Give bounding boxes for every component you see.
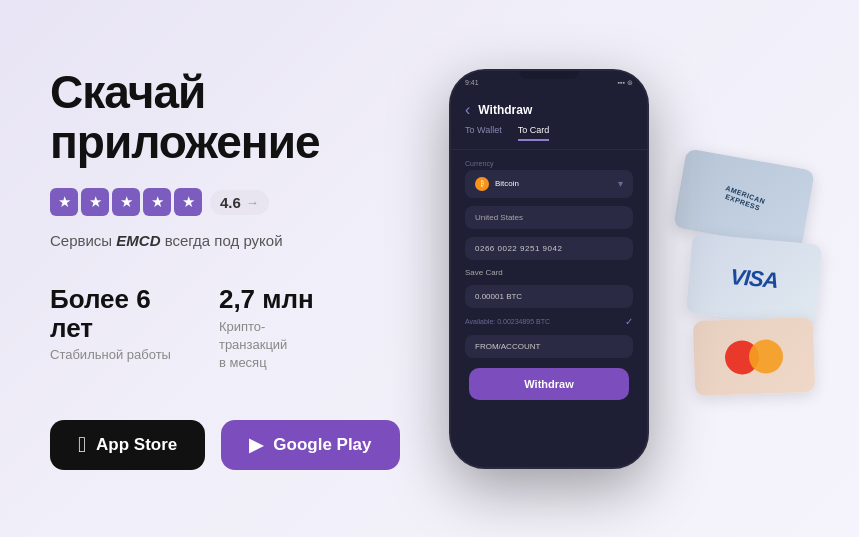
tab-wallet[interactable]: To Wallet — [465, 125, 502, 141]
mastercard-card — [693, 316, 816, 395]
amex-text: AMERICANEXPRESS — [722, 183, 767, 213]
visa-card: VISA — [686, 233, 822, 324]
star-2: ★ — [81, 188, 109, 216]
currency-label: Currency — [465, 160, 633, 167]
rating-row: ★ ★ ★ ★ ★ 4.6 → — [50, 188, 470, 216]
bitcoin-icon: ₿ — [475, 177, 489, 191]
stat-years-value: Более 6лет — [50, 285, 171, 342]
apple-icon:  — [78, 434, 86, 456]
phone-header: ‹ Withdraw — [451, 91, 647, 125]
buttons-row:  App Store ▶ Google Play — [50, 420, 470, 470]
check-icon: ✓ — [625, 316, 633, 327]
save-card-label: Save Card — [465, 268, 503, 277]
subtitle-suffix: всегда под рукой — [161, 232, 283, 249]
page-wrapper: Скачай приложение ★ ★ ★ ★ ★ 4.6 → Сервис… — [0, 0, 859, 537]
stars-container: ★ ★ ★ ★ ★ — [50, 188, 202, 216]
subtitle: Сервисы EMCD всегда под рукой — [50, 232, 470, 249]
account-row[interactable]: FROM/ACCOUNT — [465, 335, 633, 358]
play-icon: ▶ — [249, 436, 263, 454]
stats-row: Более 6лет Стабильной работы 2,7 млн Кри… — [50, 285, 470, 372]
subtitle-prefix: Сервисы — [50, 232, 116, 249]
amount-field[interactable]: 0.00001 BTC — [465, 285, 633, 308]
phone-tabs: To Wallet To Card — [451, 125, 647, 150]
appstore-button[interactable]:  App Store — [50, 420, 205, 470]
phone-title: Withdraw — [478, 103, 532, 117]
stat-years-label: Стабильной работы — [50, 346, 171, 364]
left-section: Скачай приложение ★ ★ ★ ★ ★ 4.6 → Сервис… — [50, 67, 470, 470]
withdraw-button[interactable]: Withdraw — [469, 368, 629, 400]
phone-screen: 9:41 ▪▪▪ ⊛ ‹ Withdraw To Wallet To Card … — [451, 71, 647, 467]
google-play-button[interactable]: ▶ Google Play — [221, 420, 399, 470]
right-section: AMERICANEXPRESS VISA 9:41 ▪▪▪ ⊛ ‹ Withdr — [409, 29, 839, 509]
phone-notch — [519, 71, 579, 79]
save-card-row: Save Card — [465, 268, 633, 277]
amex-card: AMERICANEXPRESS — [673, 148, 815, 249]
currency-value: Bitcoin — [495, 179, 519, 188]
rating-badge[interactable]: 4.6 → — [210, 190, 269, 215]
card-number: 0266 0022 9251 9042 — [475, 244, 623, 253]
appstore-label: App Store — [96, 435, 177, 455]
mc-circle-right — [748, 338, 783, 373]
country-field[interactable]: United States — [465, 206, 633, 229]
available-label: Available: 0.00234895 BTC — [465, 318, 550, 325]
page-title: Скачай приложение — [50, 67, 470, 168]
star-5: ★ — [174, 188, 202, 216]
phone-mockup: 9:41 ▪▪▪ ⊛ ‹ Withdraw To Wallet To Card … — [449, 69, 649, 469]
phone-content: Currency ₿ Bitcoin ▾ United States 0266 … — [451, 150, 647, 410]
star-1: ★ — [50, 188, 78, 216]
stat-years: Более 6лет Стабильной работы — [50, 285, 171, 372]
stat-transactions: 2,7 млн Крипто-транзакцийв месяц — [219, 285, 314, 372]
google-label: Google Play — [273, 435, 371, 455]
stat-transactions-value: 2,7 млн — [219, 285, 314, 314]
dropdown-arrow-icon: ▾ — [618, 178, 623, 189]
star-3: ★ — [112, 188, 140, 216]
rating-arrow-icon: → — [246, 195, 259, 210]
subtitle-brand: EMCD — [116, 232, 160, 249]
visa-text: VISA — [729, 263, 778, 293]
card-number-field[interactable]: 0266 0022 9251 9042 — [465, 237, 633, 260]
phone-signal: ▪▪▪ ⊛ — [618, 79, 633, 87]
stat-transactions-label: Крипто-транзакцийв месяц — [219, 318, 314, 373]
available-row: Available: 0.00234895 BTC ✓ — [465, 316, 633, 327]
rating-value: 4.6 — [220, 194, 241, 211]
tab-card[interactable]: To Card — [518, 125, 550, 141]
star-4: ★ — [143, 188, 171, 216]
currency-field[interactable]: ₿ Bitcoin ▾ — [465, 170, 633, 198]
